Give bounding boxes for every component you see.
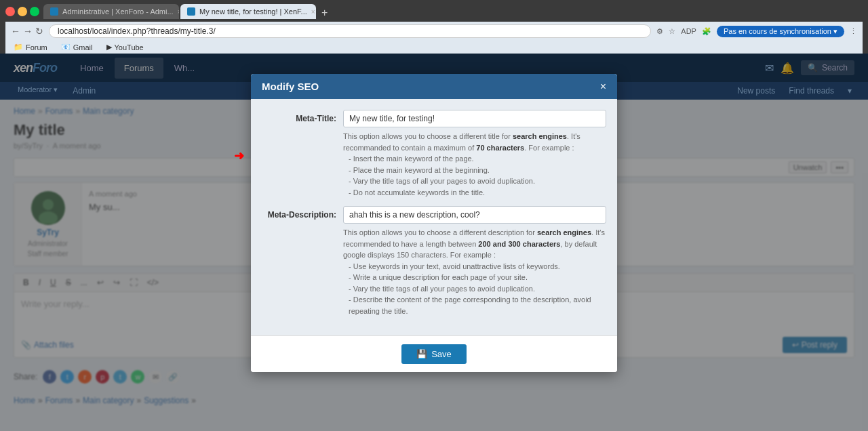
bookmark-label: Forum xyxy=(26,43,47,52)
minimize-button[interactable] xyxy=(18,7,27,16)
desc-hint-text: This option allows you to choose a diffe… xyxy=(343,228,605,259)
adp-badge: ADP xyxy=(681,27,696,35)
meta-title-control: This option allows you to choose a diffe… xyxy=(343,110,606,198)
browser-tab-admin[interactable]: Administrative | XenForo - Admi... × xyxy=(43,4,179,19)
save-icon: 💾 xyxy=(416,349,427,359)
hint-text-main: This option allows you to choose a diffe… xyxy=(343,132,580,152)
tab-favicon xyxy=(187,7,195,16)
meta-desc-control: This option allows you to choose a diffe… xyxy=(343,206,606,316)
tab-close-icon[interactable]: × xyxy=(311,8,315,16)
xenforo-page: xenForo Home Forums Wh... ✉ 🔔 🔍 Search M… xyxy=(0,54,868,431)
new-tab-button[interactable]: + xyxy=(317,7,332,19)
tip-item: Vary the title tags of all your pages to… xyxy=(349,283,606,295)
toolbar-right: ⚙ ☆ ADP 🧩 Pas en cours de synchronisatio… xyxy=(656,26,857,37)
tab-close-icon[interactable]: × xyxy=(178,8,179,16)
meta-title-hint: This option allows you to choose a diffe… xyxy=(343,131,606,198)
meta-title-input[interactable] xyxy=(343,110,606,127)
modal-close-button[interactable]: × xyxy=(600,81,606,92)
save-button[interactable]: 💾 Save xyxy=(401,344,467,364)
meta-desc-tips: Use keywords in your text, avoid unattra… xyxy=(343,261,606,317)
modal-title: Modify SEO xyxy=(262,81,319,92)
maximize-button[interactable] xyxy=(30,7,39,16)
window-controls[interactable] xyxy=(5,7,39,16)
modal-overlay: ➜ Modify SEO × Meta-Title: This option a… xyxy=(0,54,868,431)
tip-item: Write a unique description for each page… xyxy=(349,272,606,283)
bookmark-forum[interactable]: 📁 Forum xyxy=(11,42,50,52)
save-label: Save xyxy=(431,349,452,359)
meta-title-label: Meta-Title: xyxy=(262,110,336,123)
browser-top-bar: Administrative | XenForo - Admi... × My … xyxy=(5,4,863,19)
tab-label: Administrative | XenForo - Admi... xyxy=(62,7,174,16)
modal-footer: 💾 Save xyxy=(251,335,617,372)
extensions-icon2[interactable]: 🧩 xyxy=(702,27,711,36)
bookmark-favicon: 📁 xyxy=(14,43,23,52)
bookmark-gmail[interactable]: 📧 Gmail xyxy=(58,42,96,52)
bookmark-label: YouTube xyxy=(115,43,144,52)
bookmark-icon[interactable]: ☆ xyxy=(669,27,675,36)
profile-area[interactable]: Pas en cours de synchronisation ▾ xyxy=(717,26,844,37)
tabs-bar: Administrative | XenForo - Admi... × My … xyxy=(43,4,332,19)
meta-desc-input[interactable] xyxy=(343,206,606,224)
address-input[interactable] xyxy=(49,24,651,38)
bookmark-favicon: ▶ xyxy=(106,43,112,52)
tip-item: Use keywords in your text, avoid unattra… xyxy=(349,261,606,272)
bookmark-favicon: 📧 xyxy=(61,43,71,52)
modify-seo-modal: ➜ Modify SEO × Meta-Title: This option a… xyxy=(251,74,617,372)
tip-item: Vary the title tags of all your pages to… xyxy=(349,176,606,187)
back-icon[interactable]: ← xyxy=(11,26,20,37)
tip-item: Insert the main keyword of the page. xyxy=(349,153,606,165)
tab-favicon xyxy=(50,7,58,16)
browser-chrome: Administrative | XenForo - Admi... × My … xyxy=(0,0,868,54)
tip-item: Do not accumulate keywords in the title. xyxy=(349,187,606,199)
tab-label: My new title, for testing! | XenF... xyxy=(199,7,307,16)
meta-desc-row: Meta-Description: This option allows you… xyxy=(262,206,606,316)
modal-body: Meta-Title: This option allows you to ch… xyxy=(251,99,617,335)
menu-icon[interactable]: ⋮ xyxy=(850,27,857,36)
close-button[interactable] xyxy=(5,7,15,16)
extensions-icon[interactable]: ⚙ xyxy=(656,27,663,36)
browser-tab-thread[interactable]: My new title, for testing! | XenF... × xyxy=(180,4,316,19)
bookmarks-bar: 📁 Forum 📧 Gmail ▶ YouTube xyxy=(5,41,863,54)
forward-icon[interactable]: → xyxy=(23,26,33,37)
meta-title-tips: Insert the main keyword of the page. Pla… xyxy=(343,153,606,198)
bookmark-youtube[interactable]: ▶ YouTube xyxy=(104,42,146,52)
meta-desc-label: Meta-Description: xyxy=(262,206,336,220)
tip-item: Describe the content of the page corresp… xyxy=(349,294,606,316)
modal-header: Modify SEO × xyxy=(251,74,617,99)
nav-buttons[interactable]: ← → ↻ xyxy=(11,26,43,37)
meta-desc-hint: This option allows you to choose a diffe… xyxy=(343,227,606,316)
meta-title-row: Meta-Title: This option allows you to ch… xyxy=(262,110,606,198)
profile-button[interactable]: Pas en cours de synchronisation ▾ xyxy=(717,26,844,37)
address-bar: ← → ↻ ⚙ ☆ ADP 🧩 Pas en cours de synchron… xyxy=(5,22,863,41)
reload-icon[interactable]: ↻ xyxy=(35,26,43,37)
bookmark-label: Gmail xyxy=(73,43,93,52)
tip-item: Place the main keyword at the beginning. xyxy=(349,165,606,176)
